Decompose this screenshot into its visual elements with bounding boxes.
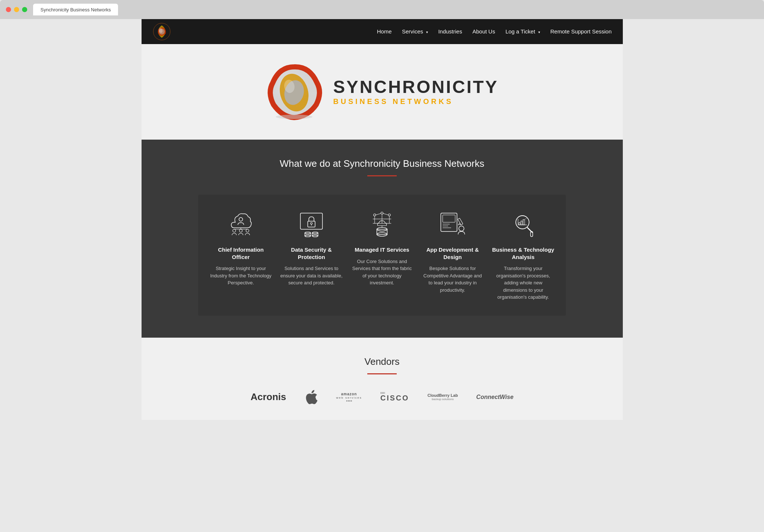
svg-line-53: [527, 227, 532, 233]
vendor-cisco-label: |||||||| CISCO: [381, 392, 409, 402]
hero-logo-graphic: [265, 62, 324, 121]
managed-it-icon: [367, 209, 397, 239]
nav-link-about[interactable]: About Us: [472, 28, 495, 35]
vendor-acronis[interactable]: Acronis: [250, 391, 286, 403]
svg-point-29: [381, 212, 383, 214]
svg-rect-57: [521, 221, 522, 225]
nav-item-home[interactable]: Home: [377, 28, 392, 35]
biz-tech-icon: [508, 209, 538, 239]
services-grid: Chief Information Officer Strategic Insi…: [209, 209, 555, 301]
company-subtitle: BUSINESS NETWORKS: [333, 97, 498, 106]
service-desc-biz-tech: Transforming your organisation's process…: [492, 265, 555, 301]
vendor-cloudberry-label: CloudBerry Lab backup solutions: [428, 393, 458, 401]
hero-logo-container: SYNCHRONICITY BUSINESS NETWORKS: [265, 62, 498, 121]
vendor-connectwise-label: ConnectWise: [476, 394, 513, 400]
minimize-button[interactable]: [14, 7, 19, 12]
service-item-security[interactable]: Data Security & Protection Solutions and…: [280, 209, 343, 301]
nav-link-industries[interactable]: Industries: [438, 28, 462, 35]
svg-point-12: [246, 229, 249, 232]
nav-logo[interactable]: [153, 22, 171, 41]
service-desc-managed-it: Our Core Solutions and Services that for…: [350, 258, 414, 287]
nav-link-home[interactable]: Home: [377, 28, 392, 35]
vendor-acronis-label: Acronis: [250, 391, 286, 403]
service-item-app-dev[interactable]: App Development & Design Bespoke Solutio…: [421, 209, 484, 301]
company-name: SYNCHRONICITY: [333, 78, 498, 96]
svg-line-32: [383, 213, 388, 215]
svg-rect-51: [458, 218, 463, 225]
nav-link-log-ticket[interactable]: Log a Ticket ▾: [506, 28, 540, 35]
service-desc-security: Solutions and Services to ensure your da…: [280, 265, 343, 287]
traffic-lights: [6, 7, 27, 12]
vendor-amazon-label: amazon web services ●●●●: [336, 392, 362, 402]
what-we-do-divider: [367, 175, 397, 176]
svg-point-30: [388, 214, 390, 216]
browser-chrome: Synchronicity Business Networks: [0, 0, 764, 19]
svg-rect-26: [312, 233, 318, 236]
cio-icon: [226, 209, 256, 239]
svg-point-9: [239, 218, 243, 221]
svg-rect-23: [305, 233, 311, 236]
service-item-biz-tech[interactable]: Business & Technology Analysis Transform…: [492, 209, 555, 301]
vendor-connectwise[interactable]: ConnectWise: [476, 394, 513, 400]
vendor-cisco[interactable]: |||||||| CISCO: [381, 392, 409, 402]
vendors-grid: Acronis amazon web services ●●●● ||: [198, 389, 566, 405]
maximize-button[interactable]: [22, 7, 27, 12]
hero-logo-text: SYNCHRONICITY BUSINESS NETWORKS: [333, 78, 498, 106]
svg-point-20: [311, 223, 313, 224]
navigation: Home Services ▾ Industries About Us Log …: [142, 19, 623, 44]
nav-link-remote-support[interactable]: Remote Support Session: [550, 28, 612, 35]
apple-logo-icon: [304, 389, 318, 405]
service-title-security: Data Security & Protection: [280, 246, 343, 260]
browser-tab[interactable]: Synchronicity Business Networks: [33, 4, 118, 15]
vendors-divider: [367, 373, 397, 374]
svg-point-10: [233, 229, 236, 232]
service-title-biz-tech: Business & Technology Analysis: [492, 246, 555, 260]
vendor-apple[interactable]: [304, 389, 318, 405]
nav-item-log-ticket[interactable]: Log a Ticket ▾: [506, 28, 540, 35]
service-title-cio: Chief Information Officer: [209, 246, 272, 260]
vendor-amazon[interactable]: amazon web services ●●●●: [336, 392, 362, 402]
services-dropdown-arrow: ▾: [426, 30, 428, 34]
vendors-section: Vendors Acronis amazon web services ●●●●: [142, 338, 623, 420]
site-wrapper: Home Services ▾ Industries About Us Log …: [142, 19, 623, 420]
nav-item-about[interactable]: About Us: [472, 28, 495, 35]
svg-point-8: [276, 115, 313, 119]
service-desc-cio: Strategic Insight to your Industry from …: [209, 265, 272, 287]
svg-point-28: [374, 214, 376, 216]
svg-rect-46: [443, 215, 455, 222]
services-grid-wrapper: Chief Information Officer Strategic Insi…: [198, 195, 566, 316]
security-icon: [297, 209, 326, 239]
nav-item-industries[interactable]: Industries: [438, 28, 462, 35]
service-item-cio[interactable]: Chief Information Officer Strategic Insi…: [209, 209, 272, 301]
service-item-managed-it[interactable]: Managed IT Services Our Core Solutions a…: [350, 209, 414, 301]
vendor-cloudberry[interactable]: CloudBerry Lab backup solutions: [428, 393, 458, 401]
hero-section: SYNCHRONICITY BUSINESS NETWORKS: [142, 44, 623, 140]
what-we-do-title: What we do at Synchronicity Business Net…: [149, 158, 615, 169]
vendors-title: Vendors: [149, 356, 615, 367]
log-ticket-dropdown-arrow: ▾: [538, 30, 540, 34]
what-we-do-section: What we do at Synchronicity Business Net…: [142, 140, 623, 338]
service-title-managed-it: Managed IT Services: [355, 246, 409, 254]
svg-line-31: [376, 213, 381, 215]
service-desc-app-dev: Bespoke Solutions for Competitive Advant…: [421, 265, 484, 294]
svg-point-11: [239, 229, 242, 232]
nav-item-services[interactable]: Services ▾: [402, 28, 428, 35]
nav-item-remote-support[interactable]: Remote Support Session: [550, 28, 612, 35]
nav-link-services[interactable]: Services ▾: [402, 28, 428, 35]
svg-rect-42: [377, 229, 387, 234]
close-button[interactable]: [6, 7, 11, 12]
svg-rect-58: [523, 220, 525, 225]
service-title-app-dev: App Development & Design: [421, 246, 484, 260]
svg-point-50: [459, 226, 464, 231]
app-dev-icon: [438, 209, 467, 239]
nav-links: Home Services ▾ Industries About Us Log …: [377, 28, 611, 35]
